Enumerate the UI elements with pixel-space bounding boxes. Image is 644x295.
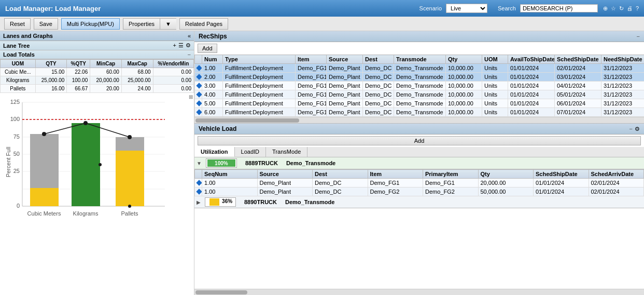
rs-col-num: Num bbox=[202, 55, 223, 64]
lt-cell: 20,000.00 bbox=[90, 76, 122, 85]
recships-row[interactable]: 6.00Fulfillment:DeploymentDemo_FG1Demo_P… bbox=[195, 108, 645, 117]
collapse-left-icon[interactable]: « bbox=[188, 33, 191, 39]
lt-cell: 25,000.00 bbox=[121, 76, 153, 85]
recships-row[interactable]: 4.00Fulfillment:DeploymentDemo_FG1Demo_P… bbox=[195, 90, 645, 99]
tab-transmode[interactable]: TransMode bbox=[266, 147, 307, 157]
vehicle-load-settings-icon[interactable]: ⚙ bbox=[635, 126, 640, 132]
tab-utilization[interactable]: Utilization bbox=[194, 147, 235, 157]
rs-cell: 10,000.00 bbox=[446, 73, 482, 82]
row-indicator bbox=[196, 109, 202, 115]
scenario-select[interactable]: Live bbox=[446, 4, 487, 13]
truck-id-2: 8890TRUCK bbox=[244, 199, 277, 205]
rs-cell: Demo_Transmode bbox=[394, 108, 446, 117]
rs-col-schedshipdate: SchedShipDate bbox=[555, 55, 601, 64]
rs-cell: Demo_Transmode bbox=[394, 82, 446, 90]
related-pages-button[interactable]: Related Pages bbox=[179, 18, 228, 30]
recships-add-button[interactable]: Add bbox=[198, 44, 217, 53]
rs-cell: Demo_DC bbox=[363, 82, 394, 90]
ld-cell: 1.00 bbox=[202, 187, 258, 196]
properties-button[interactable]: Properties bbox=[123, 18, 160, 30]
rs-cell: Fulfillment:Deployment bbox=[223, 64, 296, 73]
recships-hscroll[interactable] bbox=[194, 117, 644, 123]
rs-cell: 10,000.00 bbox=[446, 108, 482, 117]
rs-cell: Demo_Transmode bbox=[394, 73, 446, 82]
search-input[interactable] bbox=[520, 4, 598, 12]
rs-cell: Units bbox=[482, 90, 508, 99]
load-totals-table-container: UOMQTY%QTYMinCapMaxCap%VendorMin Cubic M… bbox=[0, 59, 194, 93]
row-indicator bbox=[196, 100, 202, 106]
ld-col-item: Item bbox=[368, 170, 423, 179]
star-icon[interactable]: ☆ bbox=[611, 5, 616, 12]
vehicle-load-title: Vehicle Load bbox=[199, 125, 236, 132]
rs-cell: 31/12/2023 bbox=[601, 108, 645, 117]
row-indicator bbox=[196, 91, 202, 97]
lane-tree-icons: + ☰ ⚙ bbox=[173, 42, 191, 49]
lt-cell: Cubic Me... bbox=[1, 68, 36, 76]
lt-cell: Pallets bbox=[1, 85, 36, 93]
rs-cell: Demo_Plant bbox=[327, 82, 363, 90]
ld-cell: 50,000.00 bbox=[478, 187, 534, 196]
chart-expand-icon[interactable]: ⊞ bbox=[189, 94, 193, 100]
vehicle-load-tabs: Utilization LoadID TransMode bbox=[194, 147, 644, 157]
rs-col-source: Source bbox=[327, 55, 363, 64]
top-bar: Load Manager: Load Manager Scenario Live… bbox=[0, 0, 644, 17]
multi-pickup-button[interactable]: Multi Pickup(MPU) bbox=[61, 18, 120, 30]
rs-cell: Demo_Plant bbox=[327, 108, 363, 117]
rs-cell: Fulfillment:Deployment bbox=[223, 99, 296, 108]
print-icon[interactable]: 🖨 bbox=[627, 5, 633, 12]
rs-cell: 01/01/2024 bbox=[508, 82, 555, 90]
utilization-fill-1: 100% bbox=[207, 159, 235, 167]
load-detail-row[interactable]: 1.00Demo_PlantDemo_DCDemo_FG1Demo_FG120,… bbox=[195, 179, 644, 187]
recships-row[interactable]: 1.00Fulfillment:DeploymentDemo_FG1Demo_P… bbox=[195, 64, 645, 73]
recships-minimize[interactable]: − bbox=[637, 33, 640, 39]
rs-col-indicator bbox=[195, 55, 202, 64]
properties-group: Properties ▼ bbox=[123, 18, 176, 30]
lt-cell: 16.00 bbox=[35, 85, 67, 93]
properties-arrow[interactable]: ▼ bbox=[160, 18, 176, 30]
bar-chart: Percent Full 125 100 75 50 25 0 bbox=[4, 97, 175, 227]
ld-col-primaryitem: PrimaryItem bbox=[423, 170, 479, 179]
reset-button[interactable]: Reset bbox=[4, 18, 31, 30]
help-icon[interactable]: ? bbox=[636, 5, 639, 12]
truck-row-2: ▶ 36% 8890TRUCK Demo_Transmode bbox=[194, 196, 644, 208]
recships-row[interactable]: 3.00Fulfillment:DeploymentDemo_FG1Demo_P… bbox=[195, 82, 645, 90]
app-title: Load Manager: Load Manager bbox=[5, 5, 419, 12]
rs-cell: 10,000.00 bbox=[446, 82, 482, 90]
lt-cell: 0.00 bbox=[153, 68, 193, 76]
rs-cell: Demo_Transmode bbox=[394, 90, 446, 99]
load-totals-minimize[interactable]: − bbox=[188, 51, 191, 58]
lt-cell: 0.00 bbox=[153, 76, 193, 85]
add-circle-icon[interactable]: ⊕ bbox=[603, 5, 608, 12]
vehicle-load-scroll[interactable]: ▼ 100% 8889TRUCK Demo_Transmode SeqNumSo… bbox=[194, 157, 644, 289]
list-icon[interactable]: ☰ bbox=[178, 42, 184, 49]
refresh-icon[interactable]: ↻ bbox=[619, 5, 624, 12]
load-totals-table: UOMQTY%QTYMinCapMaxCap%VendorMin Cubic M… bbox=[0, 59, 194, 93]
rs-cell: 10,000.00 bbox=[446, 64, 482, 73]
recships-row[interactable]: 5.00Fulfillment:DeploymentDemo_FG1Demo_P… bbox=[195, 99, 645, 108]
add-icon[interactable]: + bbox=[173, 42, 176, 49]
save-button[interactable]: Save bbox=[34, 18, 58, 30]
lt-cell: 0.00 bbox=[153, 85, 193, 93]
rs-cell: 10,000.00 bbox=[446, 99, 482, 108]
rs-cell: Demo_FG1 bbox=[296, 108, 327, 117]
recships-grid-container: NumTypeItemSourceDestTransmodeQtyUOMAvai… bbox=[194, 55, 644, 117]
ld-col-dest: Dest bbox=[313, 170, 368, 179]
vehicle-load-hscroll[interactable] bbox=[194, 289, 644, 295]
recships-row[interactable]: 2.00Fulfillment:DeploymentDemo_FG1Demo_P… bbox=[195, 73, 645, 82]
rs-cell: Demo_DC bbox=[363, 64, 394, 73]
search-label: Search bbox=[498, 5, 516, 11]
expand-icon-2[interactable]: ▶ bbox=[197, 199, 201, 205]
tab-loadid[interactable]: LoadID bbox=[235, 147, 266, 157]
rs-cell: Demo_FG1 bbox=[296, 90, 327, 99]
load-detail-1: SeqNumSourceDestItemPrimaryItemQtySchedS… bbox=[194, 169, 644, 196]
expand-icon-1[interactable]: ▼ bbox=[197, 160, 202, 166]
ld-cell: 01/01/2024 bbox=[534, 187, 589, 196]
settings-icon[interactable]: ⚙ bbox=[186, 42, 191, 49]
utilization-bar-1: 100% bbox=[206, 158, 237, 168]
load-row-2: ▶ 36% 8890TRUCK Demo_Transmode bbox=[194, 196, 644, 208]
rs-cell: Demo_Transmode bbox=[394, 64, 446, 73]
vehicle-load-add-button[interactable]: Add bbox=[198, 136, 641, 145]
row-indicator bbox=[196, 180, 202, 185]
load-detail-row[interactable]: 1.00Demo_PlantDemo_DCDemo_FG2Demo_FG250,… bbox=[195, 187, 644, 196]
vehicle-load-minimize[interactable]: − bbox=[629, 126, 633, 132]
